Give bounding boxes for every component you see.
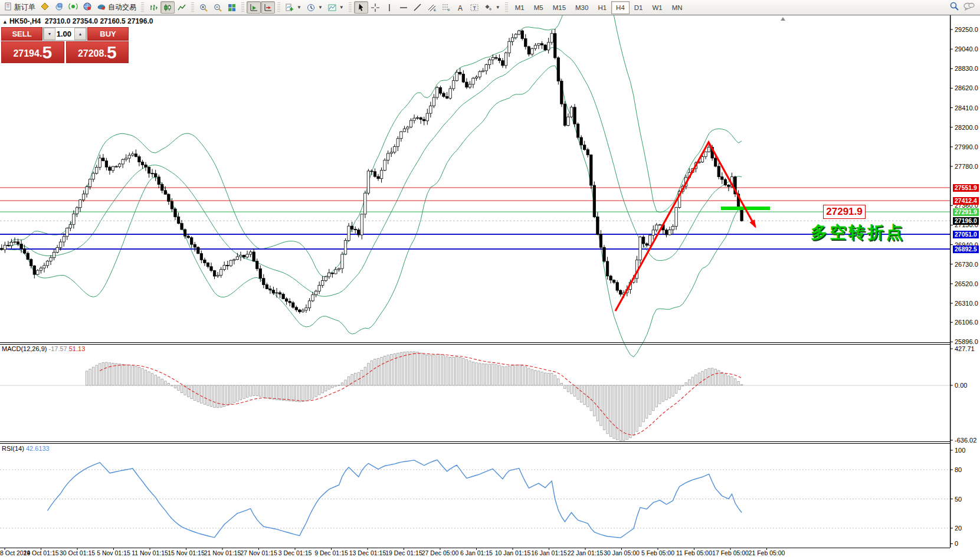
timeframe-toolbar: M1M5M15M30H1H4D1W1MN — [510, 1, 687, 14]
price-tick-label: 26310.0 — [955, 300, 978, 307]
panel-frame — [0, 15, 953, 550]
timeframe-button-m30[interactable]: M30 — [571, 1, 593, 14]
periods-button[interactable]: ▼ — [304, 1, 325, 14]
time-axis-label: 10 Jan 01:15 — [495, 549, 531, 556]
metaeditor-button[interactable] — [38, 1, 52, 14]
shapes-icon — [484, 3, 493, 12]
candlestick-chart-button[interactable] — [160, 1, 175, 14]
text-button[interactable]: A — [453, 1, 467, 14]
macd-signal-value: 51.13 — [69, 345, 86, 352]
fibonacci-button[interactable]: F — [439, 1, 453, 14]
price-tick-label: 28200.0 — [955, 124, 978, 131]
mql5-community-button[interactable] — [52, 1, 66, 14]
volume-input[interactable]: 1.00 — [55, 28, 74, 40]
time-axis-label: 11 Nov 01:15 — [132, 549, 168, 556]
auto-trading-label: 自动交易 — [108, 2, 136, 12]
price-flag-label: 27291.9 — [953, 208, 979, 216]
indicators-button[interactable]: ▼ — [283, 1, 304, 14]
crosshair-button[interactable] — [368, 1, 382, 14]
svg-text:E: E — [434, 8, 436, 12]
macd-name: MACD(12,26,9) — [2, 345, 47, 352]
price-tick-label: 28620.0 — [955, 84, 978, 91]
volume-increase-button[interactable]: ▲ — [74, 28, 86, 40]
time-axis-label: 19 Dec 01:15 — [385, 549, 422, 556]
time-axis-label: 11 Feb 05:00 — [676, 549, 712, 556]
auto-scroll-button[interactable] — [247, 1, 261, 14]
timeframe-button-h1[interactable]: H1 — [593, 1, 611, 14]
text-icon: A — [455, 3, 465, 12]
buy-button[interactable]: BUY — [87, 27, 129, 41]
zoom-out-button[interactable] — [211, 1, 225, 14]
mql5-community-icon — [54, 2, 64, 13]
time-axis-label: 3 Dec 01:15 — [278, 549, 312, 556]
new-order-button[interactable]: 新订单 — [2, 1, 38, 14]
bollinger-bands — [8, 15, 742, 357]
market-icon — [83, 2, 92, 13]
price-chart-canvas[interactable] — [0, 15, 980, 560]
macd-indicator-label: MACD(12,26,9) -17.57 51.13 — [2, 345, 85, 352]
price-tick-label: 26106.0 — [955, 319, 978, 326]
line-chart-icon — [177, 3, 186, 12]
time-axis-label: 5 Nov 01:15 — [97, 549, 130, 556]
tile-windows-button[interactable] — [225, 1, 239, 14]
channel-button[interactable]: E — [425, 1, 439, 14]
search-icon[interactable] — [949, 1, 959, 14]
sell-button[interactable]: SELL — [1, 27, 42, 41]
timeframe-button-m5[interactable]: M5 — [529, 1, 548, 14]
horizontal-line-button[interactable] — [396, 1, 411, 14]
templates-button[interactable]: ▼ — [325, 1, 346, 14]
auto-trading-button[interactable]: 自动交易 — [94, 1, 139, 14]
timeframe-button-m1[interactable]: M1 — [510, 1, 529, 14]
text-label-button[interactable]: T — [467, 1, 481, 14]
tile-windows-icon — [227, 3, 237, 12]
volume-decrease-button[interactable]: ▼ — [44, 28, 55, 40]
bar-chart-icon — [149, 3, 158, 12]
chart-window[interactable]: ▲HK50-,H4 27310.0 27354.0 27160.5 27196.… — [0, 15, 980, 560]
chat-icon[interactable] — [963, 2, 975, 14]
zoom-in-button[interactable] — [196, 1, 211, 14]
chart-shift-icon — [263, 3, 273, 12]
time-axis-label: 13 Dec 01:15 — [349, 549, 386, 556]
macd-axis-label: 427.71 — [955, 345, 975, 352]
toolbar-grip — [191, 2, 194, 13]
time-axis-label: 30 Oct 01:15 — [60, 549, 95, 556]
vertical-line-icon — [385, 3, 394, 12]
rsi-panel — [0, 460, 950, 538]
text-label-icon: T — [470, 3, 479, 12]
price-tag-annotation[interactable]: 27291.9 — [823, 205, 866, 219]
time-axis-label: 5 Feb 05:00 — [641, 549, 674, 556]
timeframe-button-w1[interactable]: W1 — [648, 1, 667, 14]
macd-axis-label: -636.02 — [955, 437, 976, 444]
line-chart-button[interactable] — [175, 1, 189, 14]
periods-icon — [306, 3, 316, 12]
timeframe-button-h4[interactable]: H4 — [611, 1, 630, 14]
time-axis-label: 21 Feb 05:00 — [749, 549, 785, 556]
chart-shift-button[interactable] — [261, 1, 275, 14]
time-axis-label: 21 Nov 01:15 — [204, 549, 241, 556]
crosshair-icon — [371, 3, 380, 12]
symbol-triangle-icon: ▲ — [2, 19, 8, 25]
chevron-down-icon: ▼ — [297, 5, 301, 10]
one-click-trading-panel: SELL ▼ 1.00 ▲ BUY 27194.5 27208.5 — [1, 27, 129, 63]
buy-price-panel[interactable]: 27208.5 — [66, 41, 129, 63]
rsi-axis-label: 0 — [955, 540, 958, 547]
price-tick-label: 28410.0 — [955, 104, 978, 112]
trendline-button[interactable] — [411, 1, 425, 14]
turning-point-note[interactable]: 多空转折点 — [811, 221, 905, 244]
cursor-button[interactable] — [354, 1, 368, 14]
market-button[interactable] — [80, 1, 94, 14]
timeframe-button-mn[interactable]: MN — [667, 1, 687, 14]
cursor-icon — [356, 3, 366, 12]
timeframe-button-d1[interactable]: D1 — [630, 1, 648, 14]
signals-button[interactable] — [66, 1, 80, 14]
timeframe-button-m15[interactable]: M15 — [548, 1, 571, 14]
vertical-line-button[interactable] — [382, 1, 396, 14]
sell-price-int: 27194 — [13, 46, 40, 61]
chart-annotations — [615, 142, 770, 311]
chevron-down-icon: ▼ — [496, 5, 500, 10]
bar-chart-button[interactable] — [146, 1, 160, 14]
zoom-out-icon — [213, 3, 222, 12]
sell-price-panel[interactable]: 27194.5 — [1, 41, 64, 63]
shapes-button[interactable]: ▼ — [481, 1, 503, 14]
macd-axis-label: 0.00 — [955, 382, 967, 389]
